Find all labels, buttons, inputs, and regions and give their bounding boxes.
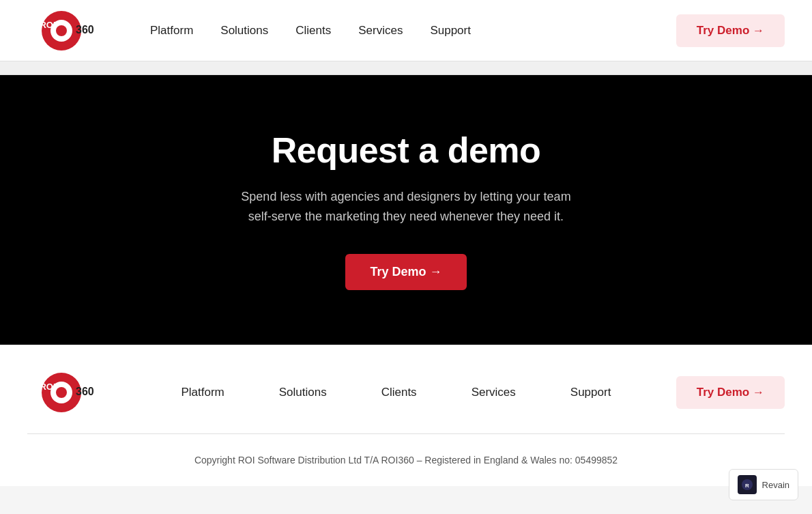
footer-nav: Platform Solutions Clients Services Supp… (167, 386, 624, 399)
svg-text:ROI: ROI (40, 20, 55, 30)
hero-title: Request a demo (272, 130, 541, 171)
footer-nav-support[interactable]: Support (570, 386, 611, 399)
logo[interactable]: ROI 360 (27, 10, 116, 51)
nav-solutions[interactable]: Solutions (220, 24, 268, 38)
svg-text:ROI: ROI (40, 382, 55, 392)
revain-label: Revain (762, 480, 789, 486)
footer-nav-clients[interactable]: Clients (381, 386, 417, 399)
site-footer: ROI 360 Platform Solutions Clients Servi… (0, 345, 812, 486)
footer-divider (27, 433, 785, 434)
svg-text:360: 360 (76, 24, 94, 35)
svg-point-7 (56, 387, 67, 398)
hero-section: Request a demo Spend less with agencies … (0, 75, 812, 345)
footer-try-demo-button[interactable]: Try Demo → (676, 376, 785, 409)
site-header: ROI 360 Platform Solutions Clients Servi… (0, 0, 812, 61)
footer-nav-platform[interactable]: Platform (181, 386, 224, 399)
svg-text:R: R (745, 483, 749, 486)
header-try-demo-button[interactable]: Try Demo → (676, 14, 785, 47)
revain-logo-icon: R (741, 479, 753, 486)
footer-top: ROI 360 Platform Solutions Clients Servi… (27, 372, 785, 413)
logo-svg: ROI 360 (27, 10, 116, 51)
footer-logo[interactable]: ROI 360 (27, 372, 116, 413)
footer-logo-svg: ROI 360 (27, 372, 116, 413)
nav-clients[interactable]: Clients (295, 24, 331, 38)
main-nav: Platform Solutions Clients Services Supp… (150, 24, 471, 38)
hero-try-demo-button[interactable]: Try Demo → (345, 254, 466, 290)
revain-badge[interactable]: R Revain (729, 469, 798, 486)
footer-copyright: Copyright ROI Software Distribution Ltd … (27, 455, 785, 466)
revain-icon: R (738, 475, 757, 486)
svg-text:360: 360 (76, 386, 94, 397)
svg-point-2 (56, 25, 67, 36)
header-left: ROI 360 Platform Solutions Clients Servi… (27, 10, 471, 51)
nav-services[interactable]: Services (358, 24, 403, 38)
footer-nav-solutions[interactable]: Solutions (279, 386, 327, 399)
gray-strip (0, 61, 812, 75)
footer-nav-services[interactable]: Services (472, 386, 516, 399)
nav-support[interactable]: Support (430, 24, 471, 38)
hero-subtitle: Spend less with agencies and designers b… (241, 187, 570, 227)
nav-platform[interactable]: Platform (150, 24, 193, 38)
